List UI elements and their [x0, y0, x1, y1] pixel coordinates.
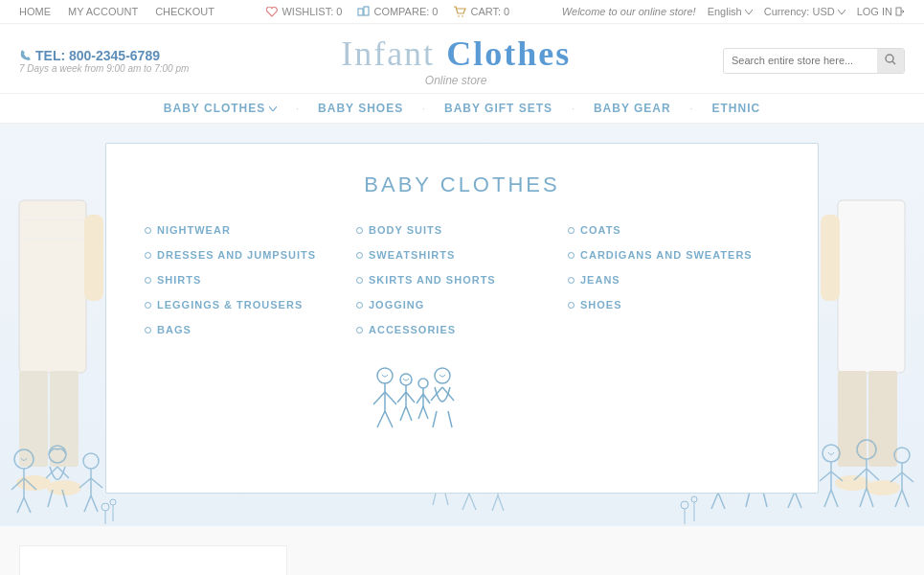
compare-icon [357, 6, 370, 17]
svg-point-50 [49, 446, 66, 463]
hero-section: BABY CLOTHES NIGHTWEAR DRESSES AND JUMPS… [0, 124, 924, 526]
top-bar: HOME MY ACCOUNT CHECKOUT WISHLIST: 0 COM… [0, 0, 924, 24]
logo-title: Infant Clothes [189, 34, 723, 74]
dot-icon [145, 277, 151, 284]
svg-line-35 [417, 394, 423, 403]
svg-line-31 [400, 406, 406, 421]
dot-icon [145, 327, 151, 334]
svg-line-30 [406, 392, 415, 402]
svg-line-41 [442, 387, 454, 401]
search-button[interactable] [877, 49, 904, 73]
svg-rect-4 [896, 8, 901, 15]
svg-line-113 [462, 494, 469, 510]
svg-line-40 [431, 387, 442, 401]
nav-item-baby-gear[interactable]: BABY GEAR [575, 102, 690, 115]
svg-line-92 [860, 488, 867, 507]
svg-point-55 [83, 453, 99, 469]
link-label: DRESSES AND JUMPSUITS [157, 249, 316, 261]
svg-line-6 [892, 61, 895, 64]
search-icon [885, 54, 896, 65]
svg-line-53 [48, 490, 53, 507]
svg-point-21 [377, 368, 393, 383]
compare-icon-area[interactable]: COMPARE: 0 [357, 6, 438, 17]
svg-line-97 [902, 472, 913, 482]
dropdown-link-accessories[interactable]: ACCESSORIES [356, 324, 568, 335]
dropdown-link-skirts[interactable]: SKIRTS AND SHORTS [356, 274, 568, 286]
nav-label-ethnic: ETHNIC [711, 102, 760, 115]
dropdown-link-coats[interactable]: COATS [568, 224, 779, 236]
main-nav: BABY CLOTHES · BABY SHOES · BABY GIFT SE… [0, 93, 924, 124]
svg-line-91 [867, 469, 879, 480]
svg-point-33 [418, 379, 428, 388]
link-label: COATS [580, 224, 621, 236]
currency-selector[interactable]: Currency: USD [764, 6, 845, 17]
dot-icon [356, 252, 363, 259]
wishlist-label: WISHLIST: 0 [282, 6, 342, 17]
link-label: BODY SUITS [369, 224, 442, 236]
dropdown-link-shirts[interactable]: SHIRTS [145, 274, 356, 286]
dropdown-panel: BABY CLOTHES NIGHTWEAR DRESSES AND JUMPS… [105, 143, 819, 494]
nav-item-baby-gift-sets[interactable]: BABY GIFT SETS [425, 102, 572, 115]
logo-subtitle: Online store [189, 74, 723, 87]
svg-line-120 [498, 495, 504, 511]
svg-line-80 [788, 492, 795, 508]
svg-line-25 [377, 411, 385, 427]
checkout-link[interactable]: CHECKOUT [155, 6, 214, 17]
svg-line-54 [62, 490, 67, 507]
wishlist-icon-area[interactable]: WISHLIST: 0 [266, 6, 342, 17]
dot-icon [568, 302, 575, 309]
svg-line-42 [433, 411, 437, 427]
svg-line-85 [831, 472, 843, 481]
svg-line-84 [820, 472, 831, 481]
svg-line-99 [902, 490, 909, 507]
dropdown-link-dresses[interactable]: DRESSES AND JUMPSUITS [145, 249, 356, 261]
svg-line-36 [423, 394, 430, 403]
logo-part2: Clothes [446, 34, 571, 73]
svg-line-32 [406, 406, 412, 421]
home-link[interactable]: HOME [19, 6, 51, 17]
search-input[interactable] [724, 50, 877, 71]
link-label: JOGGING [369, 299, 424, 310]
nav-item-baby-shoes[interactable]: BABY SHOES [299, 102, 422, 115]
dropdown-link-cardigans[interactable]: CARDIGANS AND SWEATERS [568, 249, 779, 261]
nav-item-baby-clothes[interactable]: BABY CLOTHES [145, 102, 296, 115]
login-label: LOG IN [857, 6, 892, 17]
dot-icon [356, 302, 363, 309]
dropdown-link-shoes[interactable]: SHOES [568, 299, 779, 310]
dropdown-link-jogging[interactable]: JOGGING [356, 299, 568, 310]
link-label: SHOES [580, 299, 622, 310]
cart-icon-area[interactable]: CART: 0 [453, 6, 509, 17]
my-account-link[interactable]: MY ACCOUNT [68, 6, 138, 17]
svg-line-29 [397, 392, 406, 402]
login-link[interactable]: LOG IN [857, 6, 905, 17]
dropdown-link-leggings[interactable]: LEGGINGS & TROUSERS [145, 299, 356, 310]
dropdown-link-sweatshirts[interactable]: SWEATSHIRTS [356, 249, 568, 261]
svg-point-100 [681, 501, 688, 509]
svg-line-37 [418, 406, 423, 419]
family-doodle [356, 358, 471, 454]
dropdown-link-nightwear[interactable]: NIGHTWEAR [145, 224, 356, 236]
dropdown-columns: NIGHTWEAR DRESSES AND JUMPSUITS SHIRTS L… [145, 224, 779, 454]
svg-line-49 [24, 497, 31, 513]
top-nav-links: HOME MY ACCOUNT CHECKOUT [19, 6, 214, 17]
phone-hours: 7 Days a week from 9:00 am to 7:00 pm [19, 63, 189, 74]
svg-line-48 [17, 497, 24, 513]
nav-label-baby-gear: BABY GEAR [594, 102, 671, 115]
dropdown-link-bags[interactable]: BAGS [145, 324, 356, 335]
link-label: JEANS [580, 274, 620, 286]
svg-line-43 [448, 411, 452, 427]
svg-point-82 [823, 445, 840, 462]
welcome-text: Welcome to our online store! [562, 6, 696, 17]
dot-icon [145, 252, 151, 259]
svg-line-26 [385, 411, 393, 427]
link-label: LEGGINGS & TROUSERS [157, 299, 303, 310]
svg-point-3 [462, 15, 464, 17]
nav-item-ethnic[interactable]: ETHNIC [692, 102, 779, 115]
dropdown-title: BABY CLOTHES [145, 172, 779, 197]
svg-point-5 [886, 55, 893, 62]
language-selector[interactable]: English [708, 6, 753, 17]
dropdown-link-jeans[interactable]: JEANS [568, 274, 779, 286]
svg-line-24 [385, 392, 396, 404]
dropdown-link-bodysuits[interactable]: BODY SUITS [356, 224, 568, 236]
logo[interactable]: Infant Clothes Online store [189, 34, 723, 87]
